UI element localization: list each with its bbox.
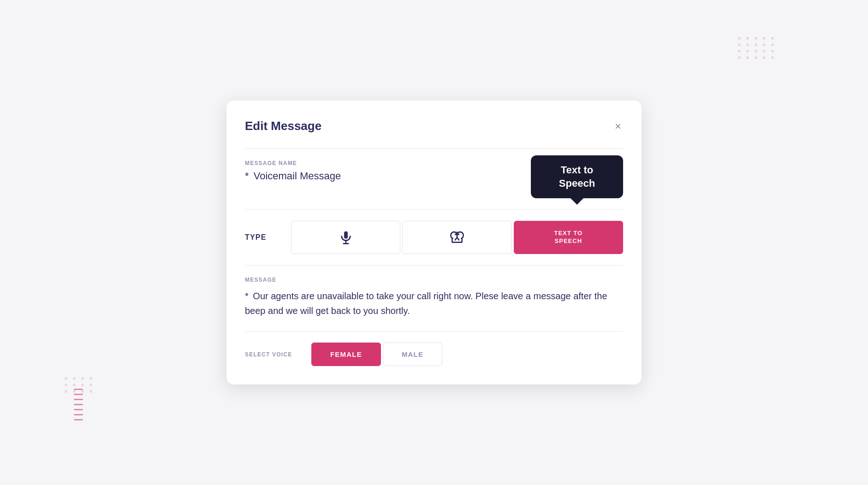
type-section: TYPE (245, 221, 623, 254)
tooltip-line1: Text to (561, 164, 593, 176)
message-label: MESSAGE (245, 277, 623, 283)
message-body: Our agents are unavailable to take your … (245, 291, 607, 316)
voice-section: SELECT VOICE FEMALE MALE (245, 343, 623, 366)
message-section: MESSAGE * Our agents are unavailable to … (245, 277, 623, 320)
voice-male-button[interactable]: MALE (383, 343, 442, 366)
name-divider (245, 209, 623, 210)
decorative-lines-bottom-left (74, 389, 83, 420)
message-name-value: * Voicemail Message (245, 170, 531, 182)
tooltip-container: Text to Speech (531, 155, 623, 198)
tts-label: TEXT TO SPEECH (554, 230, 583, 245)
decorative-dots-top-right (738, 37, 776, 59)
mic-icon (339, 230, 353, 245)
type-divider (245, 265, 623, 266)
close-button[interactable]: × (613, 119, 623, 134)
upload-icon (450, 230, 464, 245)
type-label: TYPE (245, 233, 282, 242)
message-text: * Our agents are unavailable to take you… (245, 287, 623, 320)
required-marker: * (245, 170, 252, 182)
voice-female-button[interactable]: FEMALE (311, 343, 381, 366)
message-required-marker: * (245, 291, 251, 301)
message-name-label: MESSAGE NAME (245, 160, 531, 166)
modal-header: Edit Message × (245, 119, 623, 134)
type-tts-button[interactable]: TEXT TO SPEECH (514, 221, 623, 254)
message-name-row: MESSAGE NAME * Voicemail Message Text to… (245, 160, 623, 198)
voice-section-label: SELECT VOICE (245, 351, 300, 358)
tooltip-line2: Speech (559, 177, 595, 189)
type-upload-button[interactable] (402, 221, 511, 254)
type-record-button[interactable] (291, 221, 400, 254)
tooltip-bubble: Text to Speech (531, 155, 623, 198)
page-background: Edit Message × MESSAGE NAME * Voicemail … (0, 0, 868, 485)
svg-rect-0 (344, 231, 348, 239)
message-divider (245, 331, 623, 331)
message-name-text: Voicemail Message (254, 170, 341, 182)
modal-title: Edit Message (245, 119, 321, 133)
type-buttons-group: TEXT TO SPEECH (291, 221, 623, 254)
edit-message-modal: Edit Message × MESSAGE NAME * Voicemail … (226, 101, 642, 384)
header-divider (245, 148, 623, 149)
voice-buttons-group: FEMALE MALE (311, 343, 442, 366)
message-name-section: MESSAGE NAME * Voicemail Message (245, 160, 531, 182)
